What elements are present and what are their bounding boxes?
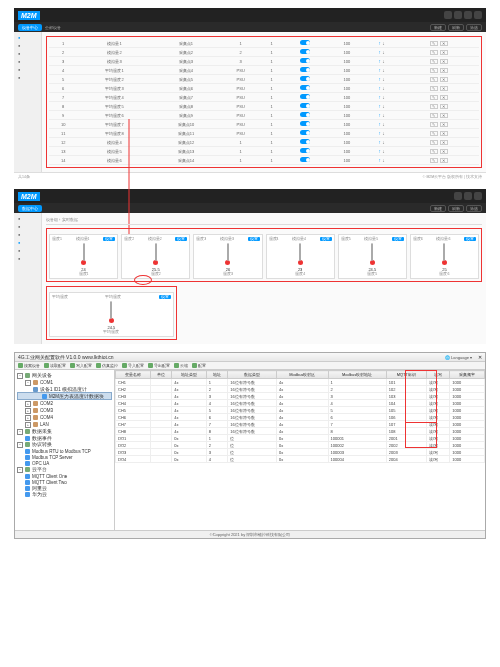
toggle-switch[interactable] xyxy=(300,40,310,45)
toggle-switch[interactable] xyxy=(300,94,310,99)
grid-header[interactable]: 读写 xyxy=(426,371,449,379)
user-icon[interactable] xyxy=(474,192,482,200)
toolbar-button[interactable]: 筛选 xyxy=(466,24,482,31)
expand-icon[interactable]: + xyxy=(25,415,31,421)
tree-com[interactable]: +COM3 xyxy=(17,407,112,414)
toggle-switch[interactable] xyxy=(300,58,310,63)
table-row[interactable]: 1模拟量1采集点111100↑ ↓✎✕ xyxy=(49,39,479,48)
grid-row[interactable]: DO10x1位0x1000012001读/写1000 xyxy=(116,435,485,442)
toolbar-sim[interactable]: 仿真监控 xyxy=(96,363,118,368)
grid-header[interactable]: 地址 xyxy=(206,371,227,379)
sidebar-item[interactable]: ● xyxy=(16,231,39,238)
toolbar-button[interactable]: 刷新 xyxy=(448,24,464,31)
grid-row[interactable]: CH34x316位有符号数4x3103读/写1000 xyxy=(116,393,485,400)
toggle-switch[interactable] xyxy=(300,85,310,90)
tree-datablock[interactable]: M2M压力表温度计数据块 xyxy=(17,392,112,400)
toolbar-search[interactable]: 搜索设备 xyxy=(18,363,40,368)
delete-icon[interactable]: ✕ xyxy=(440,140,448,145)
table-row[interactable]: 7平均温度4采集点7PSU1100↑ ↓✎✕ xyxy=(49,93,479,102)
grid-row[interactable]: CH54x516位有符号数4x5105读/写1000 xyxy=(116,407,485,414)
active-tab[interactable]: 设备中心 xyxy=(18,24,42,31)
header-icon[interactable] xyxy=(454,192,462,200)
sidebar-item[interactable]: ● xyxy=(16,215,39,222)
grid-header[interactable]: 变量名称 xyxy=(116,371,151,379)
gauge-set-button[interactable]: 设置 xyxy=(320,237,332,241)
gauge-set-button[interactable]: 设置 xyxy=(392,237,404,241)
edit-icon[interactable]: ✎ xyxy=(430,95,438,100)
table-row[interactable]: 5平均温度2采集点5PSU1100↑ ↓✎✕ xyxy=(49,75,479,84)
header-icon[interactable] xyxy=(454,11,462,19)
toggle-switch[interactable] xyxy=(300,76,310,81)
sidebar-item[interactable]: ● xyxy=(16,42,39,49)
delete-icon[interactable]: ✕ xyxy=(440,59,448,64)
edit-icon[interactable]: ✎ xyxy=(430,131,438,136)
delete-icon[interactable]: ✕ xyxy=(440,50,448,55)
expand-icon[interactable]: + xyxy=(25,422,31,428)
delete-icon[interactable]: ✕ xyxy=(440,149,448,154)
table-row[interactable]: 2模拟量2采集点221100↑ ↓✎✕ xyxy=(49,48,479,57)
grid-row[interactable]: CH84x816位有符号数4x8108读/写1000 xyxy=(116,428,485,435)
edit-icon[interactable]: ✎ xyxy=(430,122,438,127)
collapse-icon[interactable]: − xyxy=(17,429,23,435)
delete-icon[interactable]: ✕ xyxy=(440,95,448,100)
toggle-switch[interactable] xyxy=(300,139,310,144)
table-row[interactable]: 14模拟量6采集点1411100↑ ↓✎✕ xyxy=(49,156,479,165)
grid-row[interactable]: CH64x616位有符号数4x6106读/写1000 xyxy=(116,414,485,421)
table-row[interactable]: 12模拟量4采集点1211100↑ ↓✎✕ xyxy=(49,138,479,147)
table-row[interactable]: 4平均温度1采集点4PSU1100↑ ↓✎✕ xyxy=(49,66,479,75)
expand-icon[interactable]: + xyxy=(25,401,31,407)
collapse-icon[interactable]: − xyxy=(17,467,23,473)
gauge-set-button[interactable]: 设置 xyxy=(464,237,476,241)
delete-icon[interactable]: ✕ xyxy=(440,131,448,136)
toggle-switch[interactable] xyxy=(300,49,310,54)
sidebar-item[interactable]: ● xyxy=(16,50,39,57)
toolbar-cloud[interactable]: 云端 xyxy=(174,363,188,368)
toolbar-button[interactable]: 筛选 xyxy=(466,205,482,212)
delete-icon[interactable]: ✕ xyxy=(440,104,448,109)
tree-lan[interactable]: +LAN xyxy=(17,421,112,428)
toggle-switch[interactable] xyxy=(300,67,310,72)
tree-group[interactable]: −云平台 xyxy=(17,466,112,473)
sidebar-item[interactable]: ● xyxy=(16,239,39,246)
toggle-switch[interactable] xyxy=(300,112,310,117)
table-row[interactable]: 11平均温度8采集点11PSU1100↑ ↓✎✕ xyxy=(49,129,479,138)
table-row[interactable]: 8平均温度5采集点8PSU1100↑ ↓✎✕ xyxy=(49,102,479,111)
tree-com[interactable]: +COM2 xyxy=(17,400,112,407)
collapse-icon[interactable]: − xyxy=(17,442,23,448)
crumb[interactable]: 设备组 xyxy=(46,217,58,222)
gauge-set-button[interactable]: 设置 xyxy=(175,237,187,241)
table-row[interactable]: 13模拟量5采集点1311100↑ ↓✎✕ xyxy=(49,147,479,156)
grid-header[interactable]: Modbus映射地址 xyxy=(328,371,386,379)
toolbar-button[interactable]: 刷新 xyxy=(448,205,464,212)
gauge-set-button[interactable]: 设置 xyxy=(248,237,260,241)
grid-header[interactable]: 数据类型 xyxy=(228,371,277,379)
close-icon[interactable]: ✕ xyxy=(478,354,482,360)
tree-group[interactable]: −协议转换 xyxy=(17,441,112,448)
sidebar-item[interactable]: ● xyxy=(16,223,39,230)
tree-root[interactable]: −网关设备 xyxy=(17,372,112,379)
edit-icon[interactable]: ✎ xyxy=(430,41,438,46)
expand-icon[interactable]: + xyxy=(25,408,31,414)
toggle-switch[interactable] xyxy=(300,157,310,162)
sidebar-item[interactable]: ● xyxy=(16,255,39,262)
tree-group[interactable]: −数据采集 xyxy=(17,428,112,435)
delete-icon[interactable]: ✕ xyxy=(440,41,448,46)
delete-icon[interactable]: ✕ xyxy=(440,158,448,163)
edit-icon[interactable]: ✎ xyxy=(430,86,438,91)
grid-row[interactable]: CH24x216位有符号数4x2102读/写1000 xyxy=(116,386,485,393)
grid-header[interactable]: 采集频率 xyxy=(450,371,485,379)
sidebar-item[interactable]: ● xyxy=(16,66,39,73)
delete-icon[interactable]: ✕ xyxy=(440,113,448,118)
header-icon[interactable] xyxy=(464,11,472,19)
grid-header[interactable]: 单位 xyxy=(150,371,171,379)
toggle-switch[interactable] xyxy=(300,148,310,153)
toggle-switch[interactable] xyxy=(300,130,310,135)
toolbar-download[interactable]: 读取配置 xyxy=(44,363,66,368)
user-icon[interactable] xyxy=(474,11,482,19)
language-selector[interactable]: 🌐 Language ▾ xyxy=(445,355,472,360)
grid-row[interactable]: DO20x2位0x1000022002读/写1000 xyxy=(116,442,485,449)
edit-icon[interactable]: ✎ xyxy=(430,149,438,154)
edit-icon[interactable]: ✎ xyxy=(430,104,438,109)
table-row[interactable]: 9平均温度6采集点9PSU1100↑ ↓✎✕ xyxy=(49,111,479,120)
grid-row[interactable]: DO30x3位0x1000032003读/写1000 xyxy=(116,449,485,456)
